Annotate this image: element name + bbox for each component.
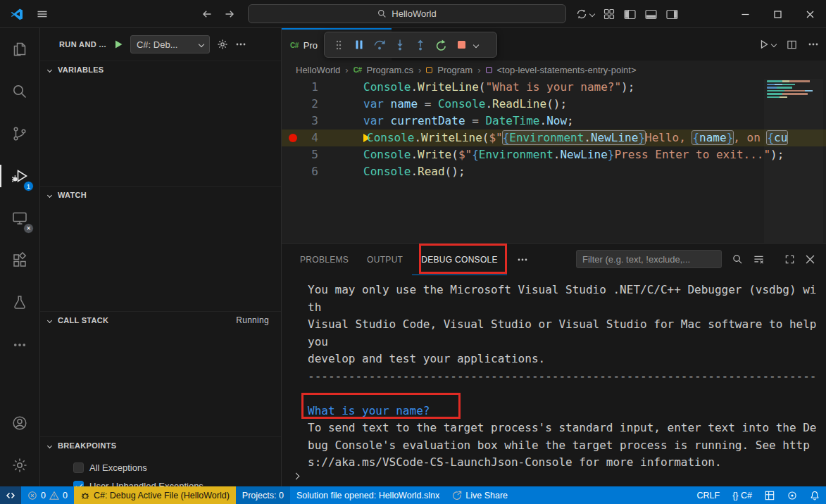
run-and-debug-icon[interactable]: 1 [0, 155, 39, 197]
line-gutter[interactable]: 4 [282, 130, 341, 146]
line-number: 6 [297, 163, 318, 180]
breakpoints-header[interactable]: BREAKPOINTS [40, 437, 281, 454]
code-line[interactable]: 6Console.Read(); [282, 163, 826, 180]
warning-icon [49, 491, 59, 500]
panel-more-icon[interactable] [517, 254, 528, 265]
toolbar-drag-handle[interactable] [330, 36, 348, 54]
breakpoint-slot[interactable] [289, 83, 297, 92]
pause-icon[interactable] [350, 36, 368, 54]
code-line[interactable]: 3var currentDate = DateTime.Now; [282, 113, 826, 130]
maximize-panel-icon[interactable] [784, 254, 795, 265]
clear-console-icon[interactable] [753, 254, 764, 265]
watch-header[interactable]: WATCH [40, 187, 281, 203]
remote-explorer-icon[interactable]: ✕ [0, 197, 39, 239]
breakpoint-row[interactable]: All Exceptions [40, 458, 281, 477]
start-debugging-icon[interactable] [113, 39, 123, 49]
all-exceptions-checkbox[interactable] [73, 462, 84, 473]
breadcrumb-item[interactable]: HelloWorld [296, 65, 340, 75]
console-line: develop and test your applications. [308, 351, 818, 368]
breakpoint-slot[interactable] [289, 151, 297, 159]
run-or-debug-icon[interactable] [759, 39, 776, 49]
line-gutter[interactable]: 5 [282, 146, 341, 163]
remote-indicator[interactable] [0, 486, 21, 504]
notifications-bell-icon[interactable] [803, 486, 826, 504]
step-over-icon[interactable] [370, 36, 389, 54]
restart-icon[interactable] [432, 36, 450, 54]
breakpoint-slot[interactable] [289, 168, 297, 176]
call-stack-header[interactable]: CALL STACK Running [40, 312, 281, 329]
search-sidebar-icon[interactable] [0, 70, 39, 113]
line-gutter[interactable]: 6 [282, 163, 341, 180]
layout-grid-icon[interactable] [603, 8, 615, 20]
close-panel-icon[interactable] [806, 255, 815, 264]
split-editor-icon[interactable] [787, 39, 797, 50]
console-input-prompt[interactable] [294, 469, 299, 481]
code-lines: 1Console.WriteLine("What is your name?")… [282, 79, 826, 180]
code-line[interactable]: 4Console.WriteLine($"{Environment.NewLin… [282, 130, 826, 146]
console-filter-input[interactable] [576, 250, 722, 268]
tab-problems[interactable]: PROBLEMS [291, 244, 358, 275]
breadcrumb-item[interactable]: <top-level-statements-entry-point> [497, 65, 637, 75]
menu-icon[interactable] [37, 8, 48, 20]
extensions-icon[interactable] [0, 239, 39, 282]
tab-debug-console[interactable]: DEBUG CONSOLE [412, 244, 507, 275]
toggle-panel-icon[interactable] [645, 9, 657, 20]
testing-icon[interactable] [0, 282, 39, 324]
minimap[interactable] [764, 79, 823, 243]
line-number: 1 [297, 79, 318, 96]
breakpoint-label: All Exceptions [89, 462, 147, 473]
broadcast-icon[interactable] [781, 486, 803, 504]
breakpoint-slot[interactable] [289, 117, 297, 125]
more-views-icon[interactable] [0, 324, 39, 366]
problems-status[interactable]: 0 0 [21, 486, 74, 504]
stop-dropdown-chevron-icon[interactable] [473, 42, 479, 47]
tab-output[interactable]: OUTPUT [358, 244, 412, 275]
code-editor[interactable]: 1Console.WriteLine("What is your name?")… [282, 79, 826, 243]
solution-status-item[interactable]: Solution file opened: HelloWorld.slnx [290, 486, 446, 504]
debug-status-item[interactable]: C#: Debug Active File (HelloWorld) [74, 486, 236, 504]
close-button[interactable] [794, 0, 826, 28]
breadcrumb-item[interactable]: Program [437, 65, 473, 75]
ports-grid-icon[interactable] [758, 486, 781, 504]
command-center-search[interactable]: HelloWorld [248, 4, 566, 23]
breadcrumb-item[interactable]: Program.cs [366, 65, 413, 75]
minimize-button[interactable] [729, 0, 761, 28]
explorer-icon[interactable] [0, 28, 39, 70]
call-stack-section: CALL STACK Running [40, 311, 281, 436]
toggle-sidebar-right-icon[interactable] [666, 9, 678, 20]
sync-dropdown-icon[interactable] [576, 8, 594, 20]
search-console-icon[interactable] [732, 254, 743, 265]
account-icon[interactable] [0, 402, 39, 444]
back-arrow-icon[interactable] [201, 8, 213, 20]
editor-more-icon[interactable] [808, 39, 819, 50]
line-gutter[interactable]: 1 [282, 79, 341, 96]
maximize-button[interactable] [761, 0, 794, 28]
breakpoint-slot[interactable] [289, 100, 297, 108]
line-gutter[interactable]: 2 [282, 96, 341, 113]
views-more-icon[interactable] [235, 39, 246, 50]
live-share-item[interactable]: Live Share [446, 486, 514, 504]
line-number: 3 [297, 113, 318, 130]
eol-indicator[interactable]: CRLF [691, 486, 727, 504]
projects-status-item[interactable]: Projects: 0 [236, 486, 290, 504]
forward-arrow-icon[interactable] [224, 8, 235, 20]
code-line[interactable]: 1Console.WriteLine("What is your name?")… [282, 79, 826, 96]
launch-settings-gear-icon[interactable] [217, 39, 228, 50]
step-into-icon[interactable] [391, 36, 409, 54]
user-unhandled-exceptions-checkbox[interactable] [73, 481, 84, 487]
step-out-icon[interactable] [411, 36, 430, 54]
source-control-icon[interactable] [0, 113, 39, 155]
debug-config-dropdown[interactable]: C#: Deb... [130, 35, 210, 53]
toggle-sidebar-left-icon[interactable] [624, 9, 636, 20]
variables-header[interactable]: VARIABLES [40, 61, 281, 78]
settings-gear-icon[interactable] [0, 444, 39, 486]
code-line[interactable]: 2var name = Console.ReadLine(); [282, 96, 826, 113]
breakpoint-dot[interactable] [289, 134, 297, 142]
vscode-window: HelloWorld [0, 0, 826, 504]
language-mode-item[interactable]: {} C# [726, 486, 758, 504]
code-line[interactable]: 5Console.Write($"{Environment.NewLine}Pr… [282, 146, 826, 163]
line-gutter[interactable]: 3 [282, 113, 341, 130]
console-lines[interactable]: You may only use the Microsoft Visual St… [282, 275, 826, 470]
breakpoint-row[interactable]: User-Unhandled Exceptions [40, 477, 281, 486]
stop-icon[interactable] [452, 36, 470, 54]
